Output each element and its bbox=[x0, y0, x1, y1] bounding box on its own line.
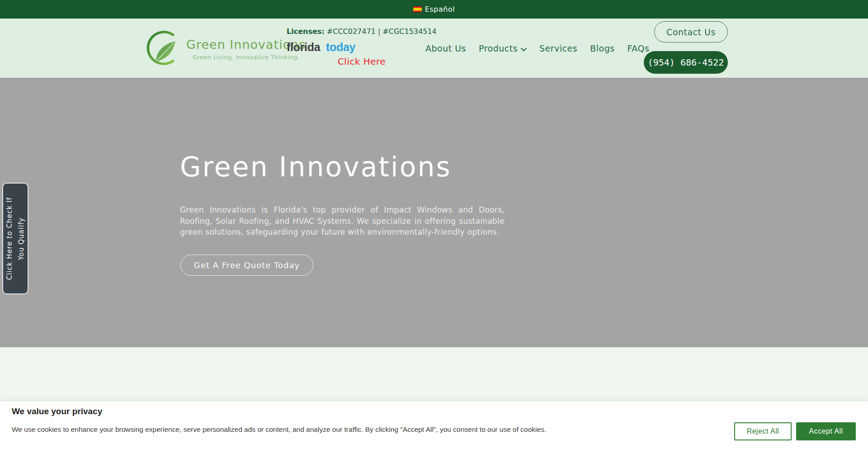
click-here-link[interactable]: Click Here bbox=[338, 56, 386, 67]
logo[interactable]: Green Innovations Green Living. Innovati… bbox=[146, 29, 306, 68]
qualify-side-tab-label: Click Here to Check If You Qualify bbox=[4, 197, 28, 280]
logo-leaf-icon bbox=[146, 29, 182, 68]
florida-today-logo[interactable]: florida today bbox=[287, 41, 355, 54]
cookie-title: We value your privacy bbox=[12, 406, 102, 416]
licenses-numbers: #CCC027471 | #CGC1534514 bbox=[327, 27, 437, 36]
nav-about-us[interactable]: About Us bbox=[425, 43, 466, 53]
logo-tagline: Green Living. Innovative Thinking. bbox=[193, 54, 299, 61]
free-quote-button[interactable]: Get A Free Quote Today bbox=[180, 255, 313, 276]
hero-section: Green Innovations Green Innovations is F… bbox=[0, 78, 868, 347]
accept-all-button[interactable]: Accept All bbox=[796, 422, 856, 440]
language-label: Español bbox=[425, 5, 455, 14]
cookie-message: We use cookies to enhance your browsing … bbox=[12, 425, 546, 434]
reject-all-button[interactable]: Reject All bbox=[734, 422, 792, 440]
spain-flag-icon bbox=[413, 6, 422, 12]
qualify-side-tab[interactable]: Click Here to Check If You Qualify bbox=[2, 183, 28, 294]
hero-description: Green Innovations is Florida's top provi… bbox=[180, 204, 505, 238]
header-center-block: Licenses: #CCC027471 | #CGC1534514 flori… bbox=[287, 27, 437, 67]
licenses-label: Licenses: bbox=[287, 27, 325, 36]
hero-title: Green Innovations bbox=[180, 151, 452, 183]
contact-us-button[interactable]: Contact Us bbox=[654, 21, 728, 43]
chevron-down-icon bbox=[521, 43, 527, 53]
phone-button[interactable]: (954) 686-4522 bbox=[644, 51, 728, 74]
florida-today-word1: florida bbox=[287, 41, 320, 53]
header: Green Innovations Green Living. Innovati… bbox=[0, 19, 868, 78]
nav-services[interactable]: Services bbox=[539, 43, 577, 53]
topbar: Español bbox=[0, 0, 868, 19]
main-nav: About Us Products Services Blogs FAQs bbox=[425, 19, 649, 78]
cookie-consent-banner: We value your privacy We use cookies to … bbox=[0, 402, 868, 449]
florida-today-word2: today bbox=[326, 41, 355, 53]
nav-blogs[interactable]: Blogs bbox=[590, 43, 614, 53]
nav-products[interactable]: Products bbox=[479, 43, 527, 53]
licenses-text: Licenses: #CCC027471 | #CGC1534514 bbox=[287, 27, 437, 36]
nav-faqs[interactable]: FAQs bbox=[627, 43, 650, 53]
language-switcher[interactable]: Español bbox=[413, 5, 455, 14]
